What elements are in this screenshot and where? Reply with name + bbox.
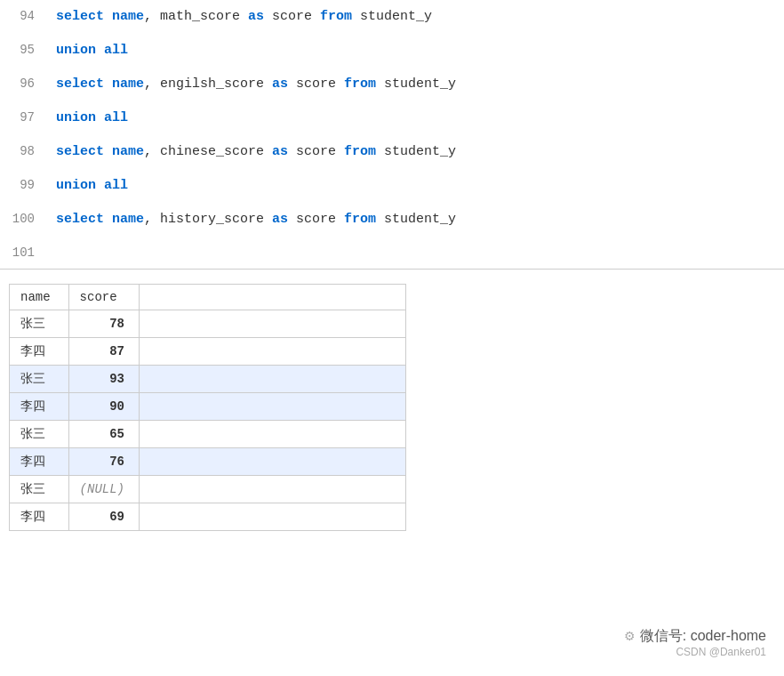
code-line: 99union all [0, 169, 784, 203]
code-token: , engilsh_score [144, 76, 272, 92]
code-content: select name, math_score as score from st… [49, 0, 784, 34]
code-editor: 94select name, math_score as score from … [0, 0, 784, 270]
table-cell-score: 87 [68, 338, 139, 366]
code-token: as [272, 144, 288, 159]
code-content: union all [49, 101, 784, 135]
table-cell-score: 76 [68, 448, 139, 476]
table-cell-empty [140, 503, 406, 531]
code-token: score [288, 76, 344, 92]
code-token: student_y [376, 76, 456, 92]
code-content [49, 244, 784, 256]
table-cell-score: 93 [68, 366, 139, 393]
table-header-cell: name [10, 285, 69, 310]
code-token: select [56, 9, 112, 24]
code-token: student_y [376, 212, 456, 227]
code-token: name [112, 9, 144, 24]
code-content: select name, history_score as score from… [49, 203, 784, 237]
table-cell-empty [140, 448, 406, 476]
table-cell-name: 张三 [10, 421, 69, 448]
code-token: , math_score [144, 9, 248, 24]
table-cell-score: 65 [68, 421, 139, 448]
line-number: 99 [0, 169, 49, 201]
results-table: namescore 张三78李四87张三93李四90张三65李四76张三(NUL… [9, 284, 406, 531]
code-token: student_y [352, 9, 432, 24]
table-row: 李四69 [10, 503, 406, 531]
table-cell-score: 69 [68, 503, 139, 531]
code-token: as [272, 76, 288, 92]
code-token: score [288, 212, 344, 227]
code-token: name [112, 144, 144, 159]
table-cell-empty [140, 338, 406, 366]
table-cell-empty [140, 476, 406, 503]
code-token: from [344, 144, 376, 159]
table-cell-name: 张三 [10, 476, 69, 503]
table-cell-empty [140, 421, 406, 448]
table-row: 张三(NULL) [10, 476, 406, 503]
table-cell-name: 李四 [10, 338, 69, 366]
code-token: from [344, 212, 376, 227]
line-number: 101 [0, 237, 49, 269]
code-token: name [112, 212, 144, 227]
code-line: 94select name, math_score as score from … [0, 0, 784, 34]
table-cell-name: 李四 [10, 393, 69, 421]
results-table-section: namescore 张三78李四87张三93李四90张三65李四76张三(NUL… [0, 270, 784, 531]
code-token: student_y [376, 144, 456, 159]
code-content: select name, engilsh_score as score from… [49, 68, 784, 101]
code-line: 100select name, history_score as score f… [0, 203, 784, 237]
table-cell-empty [140, 393, 406, 421]
line-number: 96 [0, 68, 49, 100]
table-cell-empty [140, 310, 406, 338]
code-content: union all [49, 169, 784, 203]
line-number: 97 [0, 101, 49, 133]
table-cell-score: 90 [68, 393, 139, 421]
code-token: from [344, 76, 376, 92]
code-content: union all [49, 34, 784, 68]
table-header-empty [140, 285, 406, 310]
table-row: 张三78 [10, 310, 406, 338]
code-token: union all [56, 110, 128, 125]
code-line: 96select name, engilsh_score as score fr… [0, 68, 784, 101]
code-token: from [320, 9, 352, 24]
line-number: 98 [0, 135, 49, 167]
code-token: , chinese_score [144, 144, 272, 159]
line-number: 100 [0, 203, 49, 235]
code-token: select [56, 144, 112, 159]
code-line: 98select name, chinese_score as score fr… [0, 135, 784, 169]
line-number: 95 [0, 34, 49, 66]
code-token: score [288, 144, 344, 159]
table-row: 李四87 [10, 338, 406, 366]
table-cell-empty [140, 366, 406, 393]
code-line: 101 [0, 237, 784, 269]
line-number: 94 [0, 0, 49, 32]
code-content: select name, chinese_score as score from… [49, 135, 784, 169]
table-cell-name: 李四 [10, 503, 69, 531]
code-token: union all [56, 43, 128, 58]
code-token: , history_score [144, 212, 272, 227]
table-cell-score: (NULL) [68, 476, 139, 503]
code-token: as [248, 9, 264, 24]
table-row: 李四76 [10, 448, 406, 476]
code-token: as [272, 212, 288, 227]
code-token: union all [56, 178, 128, 193]
table-row: 李四90 [10, 393, 406, 421]
table-cell-score: 78 [68, 310, 139, 338]
code-token: name [112, 76, 144, 92]
table-cell-name: 张三 [10, 310, 69, 338]
table-row: 张三65 [10, 421, 406, 448]
code-line: 95union all [0, 34, 784, 68]
code-token: score [264, 9, 320, 24]
table-cell-name: 张三 [10, 366, 69, 393]
table-row: 张三93 [10, 366, 406, 393]
code-line: 97union all [0, 101, 784, 135]
code-token: select [56, 76, 112, 92]
table-header-cell: score [68, 285, 139, 310]
code-token: select [56, 212, 112, 227]
table-cell-name: 李四 [10, 448, 69, 476]
